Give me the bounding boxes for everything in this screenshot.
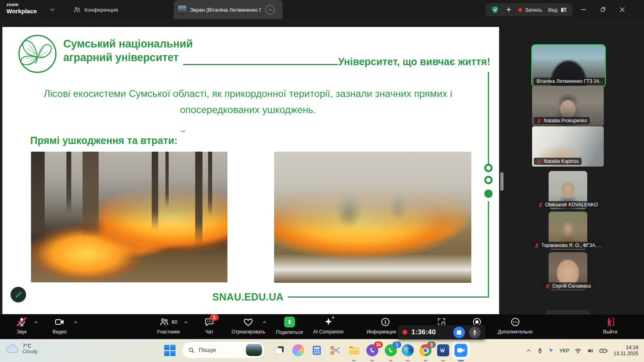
- tab-meeting[interactable]: Конференция: [69, 0, 122, 19]
- video-button[interactable]: Видео: [52, 317, 66, 335]
- open-app-indicator: [352, 360, 356, 361]
- file-explorer-button[interactable]: [345, 341, 363, 359]
- calculator-button[interactable]: [308, 341, 326, 359]
- close-button[interactable]: [616, 3, 629, 16]
- cloud-icon: [6, 344, 19, 354]
- tab-shared-screen[interactable]: Экран (Віталіна Литвиненко ГТЗ: [174, 0, 283, 19]
- participant-tile[interactable]: Oleksandr KOVALENKO: [532, 171, 604, 209]
- speaker-icon[interactable]: [587, 347, 594, 354]
- search-highlight-image: [246, 344, 262, 356]
- view-button[interactable]: Вид: [548, 6, 568, 13]
- participant-tile[interactable]: Тараканова Я. О., ФГЗА, ...: [532, 212, 604, 250]
- participants-button[interactable]: 60 Участники: [157, 317, 180, 335]
- clock-date: 13.11.2025: [613, 351, 638, 357]
- edge-button[interactable]: [399, 341, 417, 359]
- security-shield-icon[interactable]: [491, 6, 499, 14]
- sparkle-icon: [324, 317, 333, 327]
- scissors-icon: [329, 344, 341, 356]
- snipping-tool-button[interactable]: [326, 341, 344, 359]
- participant-name-tag: Nataliia Kapinos: [534, 158, 582, 165]
- taskbar-search[interactable]: Пошук: [182, 341, 265, 358]
- copilot-icon: [292, 344, 304, 356]
- tray-mic-icon[interactable]: [537, 348, 543, 354]
- minimize-button[interactable]: [577, 3, 590, 16]
- participant-tile[interactable]: Сергій Саламаха: [532, 252, 604, 290]
- close-icon: [618, 6, 626, 14]
- audio-options-chevron[interactable]: [33, 319, 39, 325]
- tree-trunk: [31, 152, 45, 246]
- participant-tile[interactable]: Nataliia Prokopenko: [532, 86, 604, 126]
- participants-options-chevron[interactable]: [183, 319, 189, 325]
- more-label: Дополнительно: [498, 329, 533, 335]
- participant-tile[interactable]: Nataliia Kapinos: [532, 126, 604, 167]
- open-app-indicator: [442, 360, 445, 361]
- restore-button[interactable]: [597, 3, 609, 16]
- word-button[interactable]: [434, 341, 452, 359]
- participants-label: Участники: [157, 329, 180, 335]
- slide-paragraph: Лісові екосистеми Сумської області, як п…: [25, 86, 471, 118]
- edge-icon: [402, 344, 414, 356]
- whatsapp-button[interactable]: 1: [382, 341, 400, 359]
- battery-icon[interactable]: [599, 347, 608, 355]
- reactions-label: Отреагировать: [231, 329, 265, 335]
- weather-widget[interactable]: 7°C Cloudy: [6, 343, 37, 354]
- grass-fire-photo: [274, 152, 471, 283]
- video-options-chevron[interactable]: [73, 319, 78, 325]
- taskbar-clock[interactable]: 14:18 13.11.2025: [613, 345, 638, 357]
- slide-vertical-rule: [488, 72, 489, 165]
- annotate-button[interactable]: [10, 287, 26, 302]
- stop-recording-button[interactable]: [453, 327, 465, 338]
- reactions-button[interactable]: Отреагировать: [231, 317, 265, 335]
- participant-tile-active-speaker[interactable]: Віталіна Литвиненко ГТЗ 24...: [531, 44, 606, 87]
- share-label: Поделиться: [276, 329, 303, 335]
- participants-count: 60: [171, 319, 177, 325]
- leave-door-icon: [605, 317, 615, 327]
- reactions-options-chevron[interactable]: [262, 319, 267, 325]
- leave-label: Выйти: [603, 329, 617, 335]
- mic-muted-icon: [537, 159, 542, 164]
- restore-icon: [599, 6, 607, 14]
- tab-options-button[interactable]: [265, 5, 275, 14]
- audio-button[interactable]: Звук: [17, 317, 27, 335]
- language-indicator[interactable]: УКР: [559, 348, 570, 354]
- task-view-button[interactable]: [271, 341, 289, 359]
- more-button[interactable]: Дополнительно: [498, 317, 533, 335]
- system-tray: УКР 14:18 13.11.2025: [526, 339, 644, 362]
- participant-name-tag: Віталіна Литвиненко ГТЗ 24...: [534, 78, 606, 85]
- tree-trunk: [152, 152, 158, 230]
- active-app-indicator: [458, 360, 464, 361]
- slide-vertical-rule: [488, 201, 489, 298]
- wifi-icon[interactable]: [574, 347, 582, 354]
- task-view-icon: [274, 345, 285, 356]
- chat-button[interactable]: 1 Чат: [204, 317, 215, 335]
- tree-trunk: [83, 152, 99, 238]
- participant-name-tag: Oleksandr KOVALENKO: [535, 201, 601, 208]
- location-pointer-icon[interactable]: [548, 348, 554, 354]
- zoom-workplace-logo: zoom Workplace: [6, 2, 37, 14]
- copilot-button[interactable]: [289, 341, 307, 359]
- chrome-button[interactable]: 3: [417, 341, 434, 359]
- search-icon: [188, 347, 195, 354]
- university-url: SNAU.EDU.UA: [192, 291, 304, 303]
- windows-taskbar: 7°C Cloudy Пошук 34 1 3: [0, 339, 644, 362]
- zoom-app-button[interactable]: [452, 341, 470, 359]
- hidden-icons-chevron[interactable]: [526, 348, 532, 354]
- weather-condition: Cloudy: [23, 349, 37, 354]
- participant-name: Віталіна Литвиненко ГТЗ 24...: [537, 78, 603, 84]
- panel-scrollbar-thumb[interactable]: [500, 172, 504, 191]
- start-button[interactable]: [161, 341, 179, 359]
- ai-companion-button[interactable]: AI Companion: [313, 317, 344, 335]
- ai-sparkle-icon[interactable]: [505, 6, 512, 13]
- share-screen-button[interactable]: Поделиться: [276, 317, 303, 335]
- minimize-icon: [580, 6, 588, 14]
- participant-name-tag: Сергій Саламаха: [542, 282, 594, 290]
- participant-name: Oleksandr KOVALENKO: [545, 202, 598, 208]
- recording-status[interactable]: Запись: [518, 7, 542, 13]
- workspace-chevron-down-icon[interactable]: [49, 6, 56, 13]
- leave-meeting-button[interactable]: Выйти: [603, 317, 617, 335]
- viber-button[interactable]: 34: [363, 341, 381, 359]
- zoom-titlebar: zoom Workplace Конференция Экран (Віталі…: [0, 0, 644, 19]
- recording-mic-button[interactable]: [469, 327, 481, 338]
- mic-muted-icon: [545, 284, 550, 289]
- university-name: Сумський національний аграрний університ…: [63, 37, 193, 64]
